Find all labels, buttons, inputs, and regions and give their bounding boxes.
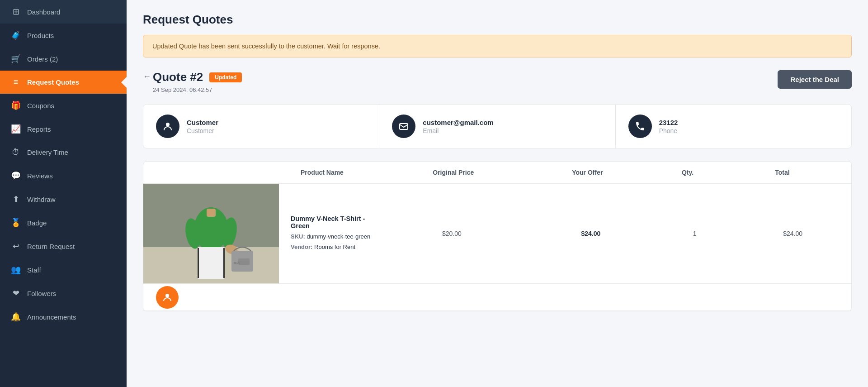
svg-rect-10 (223, 248, 225, 278)
second-product-row-partial (143, 284, 851, 311)
customer-phone-label: Phone (659, 127, 678, 134)
customer-email-label: Email (423, 127, 493, 134)
reject-deal-button[interactable]: Reject the Deal (778, 70, 852, 89)
nav-icon-coupons: 🎁 (11, 100, 21, 110)
col-original-price: Original Price (386, 169, 521, 176)
col-qty: Qty. (654, 169, 722, 176)
customer-email-card: customer@gmail.com Email (379, 105, 615, 148)
your-offer: $24.00 (527, 230, 656, 237)
phone-icon (628, 115, 652, 138)
sidebar: ⊞Dashboard🧳Products🛒Orders (2)≡Request Q… (0, 0, 127, 387)
sidebar-item-coupons[interactable]: 🎁Coupons (0, 94, 127, 117)
nav-icon-reviews: 💬 (11, 171, 21, 181)
main-content: Request Quotes Updated Quote has been se… (127, 0, 868, 387)
nav-icon-delivery-time: ⏱ (11, 148, 21, 157)
total: $24.00 (734, 230, 851, 237)
sidebar-item-orders[interactable]: 🛒Orders (2) (0, 47, 127, 71)
nav-icon-products: 🧳 (11, 30, 21, 40)
quote-header: ← Quote #2 Updated 24 Sep 2024, 06:42:57… (143, 70, 852, 93)
email-icon (392, 115, 415, 138)
nav-icon-announcements: 🔔 (11, 312, 21, 322)
products-table: Product Name Original Price Your Offer Q… (143, 161, 852, 311)
alert-banner: Updated Quote has been sent successfully… (143, 35, 852, 57)
col-your-offer: Your Offer (525, 169, 649, 176)
nav-icon-badge: 🏅 (11, 218, 21, 228)
sidebar-item-badge[interactable]: 🏅Badge (0, 211, 127, 234)
customer-phone-card: 23122 Phone (616, 105, 851, 148)
svg-rect-8 (198, 247, 225, 279)
nav-icon-return-request: ↩ (11, 241, 21, 251)
nav-label-withdraw: Withdraw (27, 196, 56, 203)
nav-icon-followers: ❤ (11, 288, 21, 298)
sidebar-item-products[interactable]: 🧳Products (0, 24, 127, 47)
svg-rect-7 (207, 209, 216, 217)
nav-label-products: Products (27, 32, 54, 39)
nav-label-badge: Badge (27, 219, 47, 227)
nav-label-return-request: Return Request (27, 243, 75, 250)
product-cell: Roo Dummy V-Neck T-Shirt -Green SKU: dum… (143, 184, 377, 283)
nav-label-orders: Orders (2) (27, 55, 58, 63)
nav-label-reports: Reports (27, 125, 51, 133)
nav-label-delivery-time: Delivery Time (27, 148, 68, 156)
nav-icon-reports: 📈 (11, 124, 21, 134)
sidebar-item-delivery-time[interactable]: ⏱Delivery Time (0, 141, 127, 164)
page-title: Request Quotes (143, 13, 852, 27)
product-meta: SKU: dummy-vneck-tee-green Vendor: Rooms… (291, 232, 370, 252)
sidebar-item-followers[interactable]: ❤Followers (0, 282, 127, 305)
sidebar-item-reports[interactable]: 📈Reports (0, 117, 127, 141)
nav-label-staff: Staff (27, 266, 41, 274)
customer-name-card: Customer Customer (143, 105, 379, 148)
product-info: Dummy V-Neck T-Shirt -Green SKU: dummy-v… (286, 206, 375, 261)
customer-icon (156, 115, 179, 138)
customer-name-label: Customer (187, 127, 218, 134)
qty: 1 (660, 230, 730, 237)
nav-label-coupons: Coupons (27, 102, 54, 110)
quote-date: 24 Sep 2024, 06:42:57 (153, 86, 242, 93)
customer-email-value: customer@gmail.com (423, 119, 493, 126)
svg-rect-1 (400, 124, 408, 129)
quote-status-badge: Updated (209, 72, 242, 82)
sidebar-item-request-quotes[interactable]: ≡Request Quotes (0, 71, 127, 94)
nav-label-reviews: Reviews (27, 172, 53, 180)
sidebar-item-dashboard[interactable]: ⊞Dashboard (0, 0, 127, 24)
original-price: $20.00 (382, 230, 522, 237)
table-header: Product Name Original Price Your Offer Q… (143, 162, 851, 184)
sidebar-item-staff[interactable]: 👥Staff (0, 258, 127, 282)
nav-label-dashboard: Dashboard (27, 8, 60, 16)
product-image: Roo (143, 184, 279, 283)
product-name: Dummy V-Neck T-Shirt -Green (291, 215, 370, 229)
customer-phone-value: 23122 (659, 119, 678, 126)
svg-point-0 (166, 123, 170, 126)
sidebar-item-return-request[interactable]: ↩Return Request (0, 234, 127, 258)
sidebar-item-reviews[interactable]: 💬Reviews (0, 164, 127, 187)
nav-icon-request-quotes: ≡ (11, 77, 21, 87)
customer-name-value: Customer (187, 119, 218, 126)
col-product-name: Product Name (156, 169, 381, 176)
nav-icon-staff: 👥 (11, 265, 21, 275)
col-total: Total (726, 169, 839, 176)
customer-info-cards: Customer Customer customer@gmail.com Ema… (143, 104, 852, 148)
svg-point-15 (165, 294, 169, 297)
nav-label-request-quotes: Request Quotes (27, 78, 79, 86)
svg-rect-13 (238, 258, 250, 265)
svg-text:Roo: Roo (234, 262, 240, 265)
quote-title: Quote #2 (153, 70, 203, 84)
nav-label-announcements: Announcements (27, 313, 76, 321)
back-arrow[interactable]: ← (143, 72, 151, 81)
sidebar-item-withdraw[interactable]: ⬆Withdraw (0, 187, 127, 211)
nav-label-followers: Followers (27, 290, 56, 297)
svg-rect-9 (198, 248, 199, 278)
nav-icon-dashboard: ⊞ (11, 7, 21, 17)
table-row: Roo Dummy V-Neck T-Shirt -Green SKU: dum… (143, 184, 851, 284)
sidebar-item-announcements[interactable]: 🔔Announcements (0, 305, 127, 329)
nav-icon-withdraw: ⬆ (11, 194, 21, 204)
nav-icon-orders: 🛒 (11, 54, 21, 64)
